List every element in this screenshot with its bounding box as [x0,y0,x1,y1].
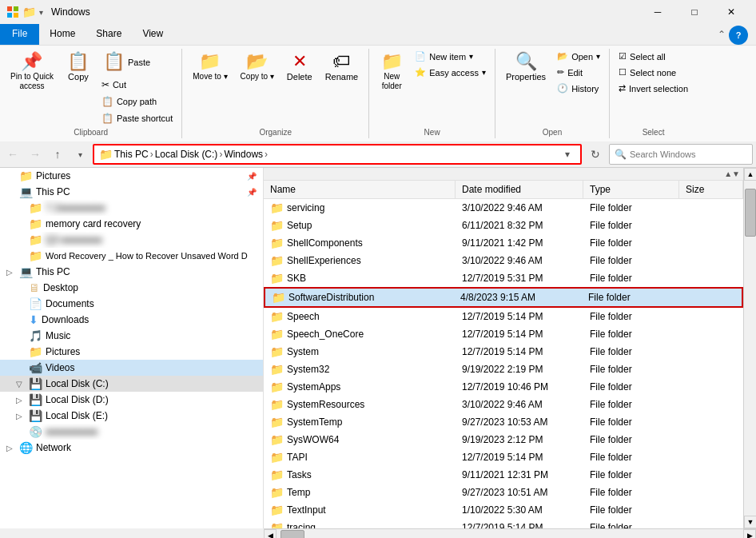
delete-button[interactable]: ✕ Delete [281,49,318,86]
col-header-name[interactable]: Name [264,181,456,198]
invert-selection-button[interactable]: ⇄ Invert selection [615,81,692,96]
tab-share[interactable]: Share [86,24,132,45]
sidebar-item-this-pc[interactable]: ▷ 💻 This PC [0,264,263,280]
table-row[interactable]: 📁 SKB 12/7/2019 5:31 PM File folder [264,269,743,287]
table-row[interactable]: 📁 SystemResources 3/10/2022 9:46 AM File… [264,396,743,413]
address-dropdown-button[interactable]: ▾ [559,149,575,160]
open-button[interactable]: 📂 Open ▾ [553,49,604,64]
table-row[interactable]: 📁 ShellComponents 9/11/2021 1:42 PM File… [264,234,743,252]
address-box[interactable]: 📁 This PC › Local Disk (C:) › Windows › … [93,144,582,165]
sidebar-item-network[interactable]: ▷ 🌐 Network [0,440,263,456]
paste-shortcut-icon: 📋 [101,113,113,124]
scroll-down-button[interactable]: ▼ [744,516,756,528]
sidebar-item-this-pc-top[interactable]: 💻 This PC 📌 [0,184,263,200]
copy-path-button[interactable]: 📋 Copy path [97,94,177,110]
easy-access-button[interactable]: ⭐ Easy access ▾ [411,65,490,80]
sidebar-item-videos[interactable]: 📹 Videos [0,360,263,376]
cut-button[interactable]: ✂ Cut [97,77,177,93]
sidebar-item-music[interactable]: 🎵 Music [0,328,263,344]
select-none-button[interactable]: ☐ Select none [615,65,692,80]
table-row[interactable]: 📁 tracing 12/7/2019 5:14 PM File folder [264,519,743,528]
table-row[interactable]: 📁 TAPI 12/7/2019 5:14 PM File folder [264,448,743,466]
path-this-pc[interactable]: This PC [114,149,149,160]
col-header-type[interactable]: Type [583,181,679,198]
scroll-up-button[interactable]: ▲ [744,168,756,181]
table-row[interactable]: 📁 servicing 3/10/2022 9:46 AM File folde… [264,199,743,217]
refresh-button[interactable]: ↻ [585,144,606,165]
sidebar-item-local-disk-c[interactable]: ▽ 💾 Local Disk (C:) [0,376,263,392]
file-name: SoftwareDistribution [288,292,374,303]
tab-home[interactable]: Home [39,24,86,45]
sidebar-item-documents[interactable]: 📄 Documents [0,296,263,312]
svg-rect-2 [7,13,12,18]
recent-locations-button[interactable]: ▾ [70,145,90,164]
sidebar-item-downloads[interactable]: ⬇ Downloads [0,312,263,328]
tab-file[interactable]: File [0,24,39,45]
rename-button[interactable]: 🏷 Rename [320,49,364,86]
file-name: Speech_OneCore [287,329,364,340]
forward-button[interactable]: → [26,145,45,164]
sidebar-item-local-disk-e[interactable]: ▷ 💾 Local Disk (E:) [0,408,263,424]
sidebar-item-blurred-drive[interactable]: 💿 ●●●●●●●●● [0,424,263,440]
sidebar-item-pictures-quick[interactable]: 📁 Pictures 📌 [0,168,263,184]
search-box[interactable]: 🔍 [609,144,753,165]
up-button[interactable]: ↑ [48,145,67,164]
table-row[interactable]: 📁 System 12/7/2019 5:14 PM File folder [264,343,743,361]
ribbon-up-arrow[interactable]: ⌃ [718,29,726,40]
col-header-date[interactable]: Date modified [456,181,583,198]
table-row[interactable]: 📁 ShellExperiences 3/10/2022 9:46 AM Fil… [264,252,743,269]
copy-button[interactable]: 📋 Copy [61,49,96,86]
table-row[interactable]: 📁 SystemApps 12/7/2019 10:46 PM File fol… [264,378,743,396]
path-parts: 📁 This PC › Local Disk (C:) › Windows › [99,148,559,161]
sidebar-item-pictures-pc[interactable]: 📁 Pictures [0,344,263,360]
edit-button[interactable]: ✏ Edit [553,65,604,80]
close-button[interactable]: ✕ [713,0,750,24]
sidebar-item-word-recovery[interactable]: 📁 Word Recovery _ How to Recover Unsaved… [0,248,263,264]
svg-rect-0 [7,6,12,11]
sidebar-item-memory-card[interactable]: 📁 memory card recovery [0,216,263,232]
select-all-button[interactable]: ☑ Select all [615,49,692,64]
scroll-thumb[interactable] [745,189,756,237]
table-row[interactable]: 📁 System32 9/19/2022 2:19 PM File folder [264,361,743,378]
h-scroll-left-button[interactable]: ◀ [264,529,277,539]
table-row[interactable]: 📁 SysWOW64 9/19/2023 2:12 PM File folder [264,431,743,448]
maximize-button[interactable]: □ [676,0,713,24]
table-row[interactable]: 📁 Setup 6/11/2021 8:32 PM File folder [264,217,743,234]
minimize-button[interactable]: ─ [639,0,676,24]
properties-button[interactable]: 🔍 Properties [500,49,551,86]
copy-to-button[interactable]: 📂 Copy to ▾ [235,49,280,86]
table-row[interactable]: 📁 SoftwareDistribution 4/8/2023 9:15 AM … [264,287,743,308]
help-button[interactable]: ? [729,26,748,45]
table-row[interactable]: 📁 Tasks 9/11/2021 12:31 PM File folder [264,466,743,484]
table-row[interactable]: 📁 Speech_OneCore 12/7/2019 5:14 PM File … [264,325,743,343]
table-row[interactable]: 📁 TextInput 1/10/2022 5:30 AM File folde… [264,501,743,519]
table-row[interactable]: 📁 Temp 9/27/2023 10:51 AM File folder [264,484,743,501]
sidebar-item-desktop[interactable]: 🖥 Desktop [0,280,263,296]
table-row[interactable]: 📁 Speech 12/7/2019 5:14 PM File folder [264,308,743,325]
sidebar-item-blurred-1[interactable]: 📁 7.2●●●●●●●● [0,200,263,216]
path-windows[interactable]: Windows [224,149,263,160]
tab-view[interactable]: View [132,24,173,45]
search-input[interactable] [630,149,747,159]
sidebar-item-local-disk-d[interactable]: ▷ 💾 Local Disk (D:) [0,392,263,408]
paste-button[interactable]: 📋 Paste [97,49,177,76]
sort-up-arrow[interactable]: ▲ [724,169,732,178]
col-header-size[interactable]: Size [679,181,743,198]
sidebar-item-q3[interactable]: 📁 Q3-●●●●●●● [0,232,263,248]
path-local-disk[interactable]: Local Disk (C:) [155,149,218,160]
pin-to-quick-access-button[interactable]: 📌 Pin to Quick access [5,49,59,95]
horizontal-scrollbar[interactable]: ◀ ▶ [264,528,756,538]
sort-down-arrow[interactable]: ▼ [732,169,740,178]
file-date-cell: 12/7/2019 5:31 PM [456,271,583,285]
table-row[interactable]: 📁 SystemTemp 9/27/2023 10:53 AM File fol… [264,413,743,431]
file-list-body[interactable]: 📁 servicing 3/10/2022 9:46 AM File folde… [264,199,743,528]
new-item-button[interactable]: 📄 New item ▾ [411,49,490,64]
paste-shortcut-button[interactable]: 📋 Paste shortcut [97,110,177,126]
new-folder-button[interactable]: 📁 Newfolder [374,49,409,95]
h-scroll-right-button[interactable]: ▶ [743,529,756,539]
move-to-button[interactable]: 📁 Move to ▾ [187,49,233,86]
back-button[interactable]: ← [3,145,22,164]
history-button[interactable]: 🕐 History [553,81,604,96]
vertical-scrollbar[interactable]: ▲ ▼ [743,168,756,528]
h-scroll-thumb[interactable] [281,530,304,538]
